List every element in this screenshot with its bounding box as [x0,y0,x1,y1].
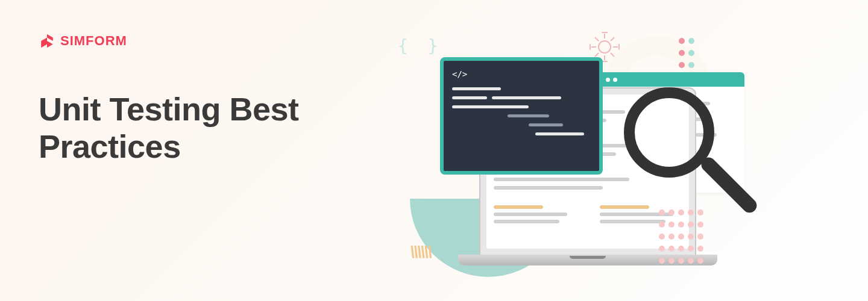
browser-titlebar [594,72,744,87]
code-tag-icon: </> [452,69,591,79]
page-title: Unit Testing Best Practices [39,90,299,165]
laptop-hinge [570,256,606,259]
diagonal-stripes-icon: \\\\\\ [410,243,431,262]
code-editor-window: </> [440,57,603,175]
logo-text: SIMFORM [60,33,127,49]
svg-point-0 [599,41,611,53]
brand-logo: SIMFORM [39,33,127,49]
dots-bottom-right [657,208,705,268]
headline-line-2: Practices [39,128,181,164]
window-control-icon [606,78,610,82]
headline-line-1: Unit Testing Best [39,91,299,127]
logo-mark-icon [39,33,55,49]
window-control-icon [613,78,617,82]
curly-braces-icon: { } [398,36,443,56]
hero-illustration: { } \\\\\\ </> [386,24,808,289]
